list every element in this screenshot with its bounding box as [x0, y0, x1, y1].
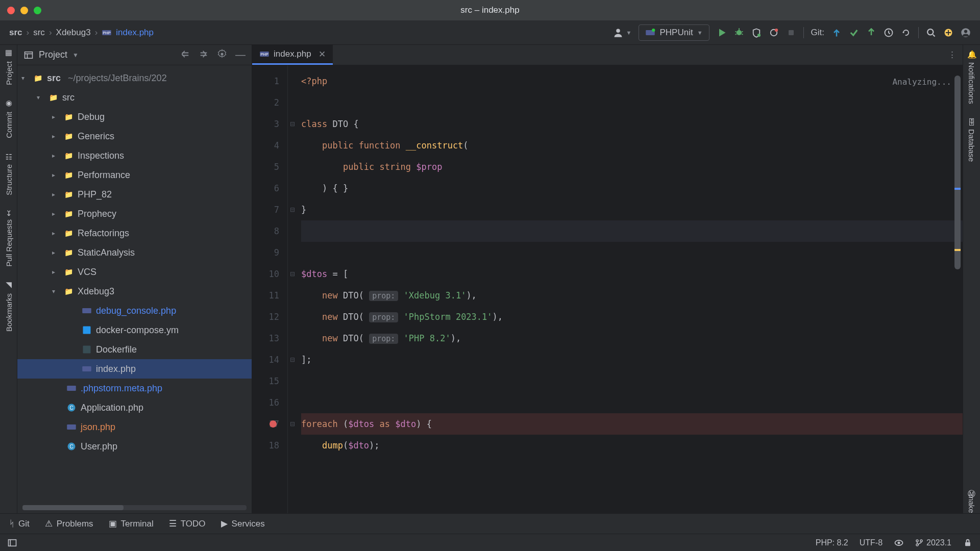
git-label: Git: [811, 28, 824, 38]
minimize-icon[interactable]: — [235, 49, 246, 61]
run-configuration-selector[interactable]: PHPUnit ▼ [639, 24, 709, 41]
tree-folder[interactable]: ▸📁Generics [17, 127, 252, 146]
tool-window-icon[interactable] [7, 538, 17, 548]
php-version-status[interactable]: PHP: 8.2 [816, 538, 848, 547]
tree-folder[interactable]: ▸📁Prophecy [17, 204, 252, 223]
chevron-down-icon[interactable]: ▼ [72, 52, 79, 59]
tree-file[interactable]: json.php [17, 417, 252, 437]
close-tab-icon[interactable]: ✕ [318, 49, 326, 60]
scroll-marker [954, 249, 961, 251]
tree-folder[interactable]: ▸📁PHP_82 [17, 185, 252, 204]
folder-icon: 📁 [48, 92, 58, 103]
list-icon: ☰ [169, 518, 177, 529]
terminal-tool-tab[interactable]: ▣Terminal [109, 518, 154, 529]
bookmarks-tool-tab[interactable]: Bookmarks◣ [4, 281, 13, 332]
debug-icon[interactable] [734, 28, 744, 38]
close-window-icon[interactable] [7, 7, 15, 14]
sync-icon[interactable] [943, 28, 953, 38]
tree-folder[interactable]: ▸📁Inspections [17, 146, 252, 165]
window-title: src – index.php [460, 5, 519, 15]
lock-icon[interactable] [963, 538, 973, 548]
tabs-menu-icon[interactable]: ⋮ [942, 45, 963, 65]
expand-all-icon[interactable] [199, 49, 209, 59]
tree-file[interactable]: CUser.php [17, 437, 252, 456]
chevron-right-icon: ▸ [52, 152, 59, 159]
svg-text:C: C [69, 444, 73, 449]
notifications-tool-tab[interactable]: 🔔Notifications [967, 50, 976, 104]
breadcrumb-item[interactable]: Xdebug3 [56, 28, 91, 38]
commit-tool-tab[interactable]: Commit◉ [4, 99, 13, 138]
chevron-right-icon: ▸ [52, 133, 59, 140]
svg-point-40 [916, 540, 918, 542]
file-icon [82, 325, 92, 335]
tree-file[interactable]: debug_console.php [17, 301, 252, 320]
inspection-eye-icon[interactable] [894, 538, 904, 548]
horizontal-scrollbar[interactable] [22, 505, 247, 510]
editor-scrollbar[interactable] [954, 76, 961, 503]
svg-rect-26 [83, 346, 91, 354]
breakpoint-icon[interactable] [270, 420, 277, 428]
tree-file[interactable]: .phpstorm.meta.php [17, 379, 252, 398]
tree-folder-xdebug3[interactable]: ▾📁Xdebug3 [17, 282, 252, 301]
breadcrumb-item[interactable]: src [33, 28, 45, 38]
code-area[interactable]: 123456789101112131415161718 ⊟ ⊟ ⊟ ⊟ ⊟ An… [252, 65, 963, 513]
avatar-icon[interactable] [961, 28, 971, 38]
tree-folder-src[interactable]: ▾📁src [17, 88, 252, 107]
git-commit-icon[interactable] [849, 28, 859, 38]
problems-tool-tab[interactable]: ⚠Problems [45, 518, 93, 529]
svg-point-2 [616, 29, 620, 33]
todo-tool-tab[interactable]: ☰TODO [169, 518, 206, 529]
folder-icon: 📁 [63, 267, 74, 277]
tree-file[interactable]: Dockerfile [17, 340, 252, 359]
project-sidebar: Project ▼ — ▾📁src~/projects/JetBrains/20… [17, 45, 252, 513]
maximize-window-icon[interactable] [34, 7, 41, 14]
chevron-right-icon: ▸ [52, 191, 59, 198]
svg-line-7 [735, 31, 737, 32]
structure-tool-tab[interactable]: Structure☷ [4, 152, 13, 195]
pull-requests-tool-tab[interactable]: Pull Requests↢ [4, 210, 13, 267]
chevron-down-icon: ▾ [21, 74, 29, 82]
project-tree[interactable]: ▾📁src~/projects/JetBrains/202 ▾📁src ▸📁De… [17, 65, 252, 502]
tree-file[interactable]: docker-compose.ym [17, 320, 252, 340]
folder-icon: 📁 [63, 228, 74, 238]
tree-folder[interactable]: ▸📁StaticAnalysis [17, 243, 252, 262]
run-icon[interactable] [717, 28, 727, 38]
tree-folder[interactable]: ▸📁Debug [17, 107, 252, 127]
breadcrumb-root[interactable]: src [9, 28, 22, 38]
tree-file[interactable]: CApplication.php [17, 398, 252, 417]
breadcrumb-file[interactable]: index.php [116, 28, 154, 38]
git-pull-icon[interactable] [831, 28, 842, 38]
history-icon[interactable] [884, 28, 894, 38]
fold-column[interactable]: ⊟ ⊟ ⊟ ⊟ ⊟ [288, 65, 297, 513]
rollback-icon[interactable] [901, 28, 911, 38]
branch-icon[interactable]: 2023.1 [915, 538, 951, 547]
editor-tab-active[interactable]: PHP index.php ✕ [252, 45, 333, 65]
git-push-icon[interactable] [866, 28, 876, 38]
search-icon[interactable] [926, 28, 936, 38]
folder-icon: 📁 [63, 247, 74, 258]
select-opened-file-icon[interactable] [180, 49, 190, 59]
coverage-icon[interactable] [751, 28, 762, 38]
tree-folder[interactable]: ▸📁VCS [17, 262, 252, 282]
git-tool-tab[interactable]: ᛋGit [9, 519, 30, 529]
editor-tabs: PHP index.php ✕ ⋮ [252, 45, 963, 65]
gear-icon[interactable] [217, 49, 227, 59]
tree-folder[interactable]: ▸📁Refactorings [17, 223, 252, 243]
code-content[interactable]: Analyzing... <?php class DTO { public fu… [297, 65, 963, 513]
tree-file[interactable]: index.php [17, 359, 252, 379]
make-tool-tab[interactable]: Ⓜmake [967, 484, 976, 513]
sidebar-title[interactable]: Project [39, 49, 67, 60]
database-tool-tab[interactable]: 🗄Database [967, 118, 976, 162]
minimize-window-icon[interactable] [20, 7, 28, 14]
user-dropdown[interactable]: ▼ [613, 28, 632, 38]
svg-text:PHP: PHP [103, 31, 111, 35]
encoding-status[interactable]: UTF-8 [860, 538, 883, 547]
services-tool-tab[interactable]: ▶Services [221, 518, 265, 529]
stop-icon[interactable] [786, 28, 796, 38]
scrollbar-thumb[interactable] [954, 76, 961, 269]
profile-icon[interactable] [769, 28, 779, 38]
project-tool-tab[interactable]: Project▦ [4, 49, 13, 85]
tree-folder[interactable]: ▸📁Performance [17, 165, 252, 185]
tree-root[interactable]: ▾📁src~/projects/JetBrains/202 [17, 68, 252, 88]
chevron-right-icon: › [49, 28, 52, 38]
